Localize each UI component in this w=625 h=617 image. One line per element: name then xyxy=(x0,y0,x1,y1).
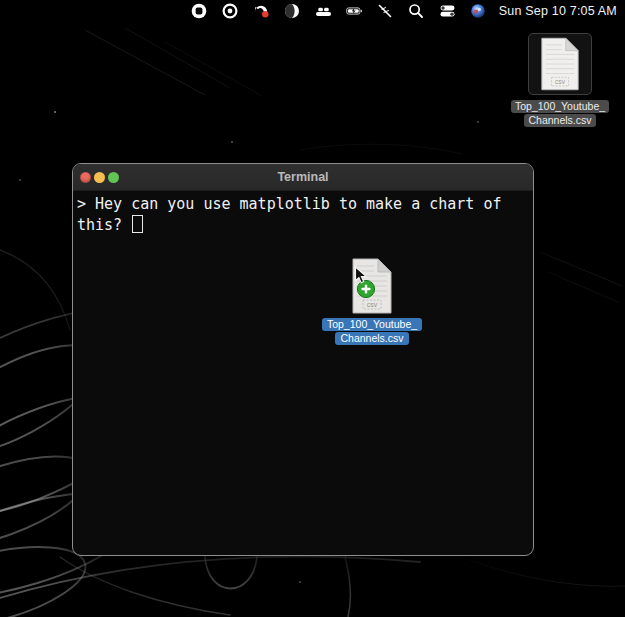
traffic-lights xyxy=(80,172,119,183)
document-icon xyxy=(539,37,581,91)
terminal-cursor xyxy=(132,215,143,233)
stop-recording-icon[interactable] xyxy=(191,3,208,20)
minimize-button[interactable] xyxy=(94,172,105,183)
close-button[interactable] xyxy=(80,172,91,183)
window-title: Terminal xyxy=(73,170,533,184)
dragged-label-line1: Top_100_Youtube_ xyxy=(322,318,422,331)
battery-charging-icon[interactable] xyxy=(346,3,363,20)
terminal-titlebar[interactable]: Terminal xyxy=(73,164,533,191)
wifi-off-icon[interactable] xyxy=(377,3,394,20)
csv-file-icon[interactable] xyxy=(528,33,592,95)
terminal-text-line2: this? xyxy=(77,215,529,236)
record-icon[interactable] xyxy=(222,3,239,20)
control-center-icon[interactable] xyxy=(439,3,456,20)
terminal-text-line2-text: this? xyxy=(77,216,131,234)
spotlight-search-icon[interactable] xyxy=(408,3,425,20)
terminal-body[interactable]: > Hey can you use matplotlib to make a c… xyxy=(73,191,533,239)
terminal-text-line1: > Hey can you use matplotlib to make a c… xyxy=(77,194,529,215)
zoom-button[interactable] xyxy=(108,172,119,183)
dragged-file-label: Top_100_Youtube_ Channels.csv xyxy=(322,317,422,345)
terminal-window[interactable]: Terminal > Hey can you use matplotlib to… xyxy=(72,163,534,556)
file-label-line1: Top_100_Youtube_ xyxy=(511,100,609,113)
dragged-label-line2: Channels.csv xyxy=(335,332,408,345)
mouse-cursor-icon xyxy=(354,266,367,285)
notification-badge xyxy=(262,11,268,17)
gauge-icon[interactable] xyxy=(253,3,270,20)
siri-icon[interactable] xyxy=(470,3,487,20)
desktop-file-label: Top_100_Youtube_ Channels.csv xyxy=(511,99,609,127)
dragged-file[interactable]: Top_100_Youtube_ Channels.csv xyxy=(301,257,443,345)
status-icons xyxy=(191,3,487,20)
contrast-icon[interactable] xyxy=(284,3,301,20)
menu-bar: Sun Sep 10 7:05 AM xyxy=(0,0,625,22)
bed-icon[interactable] xyxy=(315,3,332,20)
desktop-file-csv[interactable]: Top_100_Youtube_ Channels.csv xyxy=(498,33,622,127)
file-label-line2: Channels.csv xyxy=(524,114,595,127)
menubar-clock[interactable]: Sun Sep 10 7:05 AM xyxy=(499,4,617,18)
